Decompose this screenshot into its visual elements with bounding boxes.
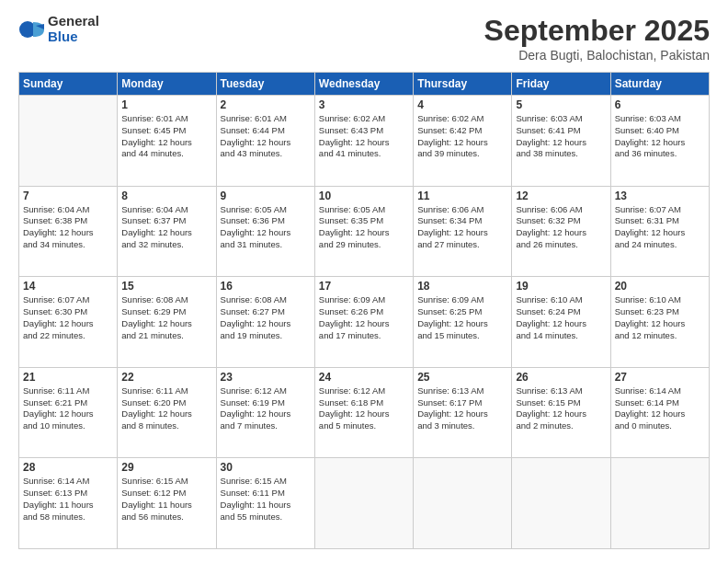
day-info: Sunrise: 6:13 AMSunset: 6:17 PMDaylight:… (417, 385, 507, 432)
day-info: Sunrise: 6:03 AMSunset: 6:40 PMDaylight:… (615, 113, 705, 160)
calendar-cell (314, 458, 413, 549)
day-info: Sunrise: 6:10 AMSunset: 6:23 PMDaylight:… (615, 294, 705, 341)
day-number: 23 (221, 371, 311, 384)
calendar-cell: 12Sunrise: 6:06 AMSunset: 6:32 PMDayligh… (512, 186, 610, 277)
day-number: 25 (417, 371, 507, 384)
day-number: 2 (221, 98, 311, 111)
day-info: Sunrise: 6:04 AMSunset: 6:38 PMDaylight:… (23, 204, 113, 251)
day-number: 18 (417, 280, 507, 293)
calendar-cell (610, 458, 709, 549)
day-info: Sunrise: 6:15 AMSunset: 6:12 PMDaylight:… (121, 476, 211, 523)
day-info: Sunrise: 6:01 AMSunset: 6:45 PMDaylight:… (121, 113, 211, 160)
calendar-cell: 14Sunrise: 6:07 AMSunset: 6:30 PMDayligh… (19, 277, 118, 368)
day-info: Sunrise: 6:11 AMSunset: 6:20 PMDaylight:… (121, 385, 211, 432)
weekday-tuesday: Tuesday (216, 73, 314, 96)
day-number: 1 (121, 98, 211, 111)
day-number: 15 (121, 280, 211, 293)
logo-icon (18, 17, 44, 42)
day-number: 16 (221, 280, 311, 293)
calendar-cell: 3Sunrise: 6:02 AMSunset: 6:43 PMDaylight… (314, 96, 413, 187)
day-info: Sunrise: 6:10 AMSunset: 6:24 PMDaylight:… (516, 294, 606, 341)
day-info: Sunrise: 6:15 AMSunset: 6:11 PMDaylight:… (221, 476, 311, 523)
day-info: Sunrise: 6:09 AMSunset: 6:26 PMDaylight:… (319, 294, 409, 341)
week-row-4: 28Sunrise: 6:14 AMSunset: 6:13 PMDayligh… (19, 458, 710, 549)
logo: General Blue (18, 14, 99, 44)
day-number: 11 (417, 190, 507, 202)
calendar-cell: 19Sunrise: 6:10 AMSunset: 6:24 PMDayligh… (512, 277, 610, 368)
logo-blue-text: Blue (48, 29, 99, 45)
day-info: Sunrise: 6:05 AMSunset: 6:36 PMDaylight:… (221, 204, 311, 251)
day-number: 6 (615, 98, 705, 111)
calendar-cell: 17Sunrise: 6:09 AMSunset: 6:26 PMDayligh… (314, 277, 413, 368)
calendar-cell: 11Sunrise: 6:06 AMSunset: 6:34 PMDayligh… (414, 186, 512, 277)
day-info: Sunrise: 6:01 AMSunset: 6:44 PMDaylight:… (221, 113, 311, 160)
location-text: Dera Bugti, Balochistan, Pakistan (484, 48, 710, 63)
day-number: 12 (516, 190, 606, 202)
calendar-cell: 28Sunrise: 6:14 AMSunset: 6:13 PMDayligh… (19, 458, 118, 549)
day-info: Sunrise: 6:07 AMSunset: 6:31 PMDaylight:… (615, 204, 705, 251)
day-info: Sunrise: 6:11 AMSunset: 6:21 PMDaylight:… (23, 385, 113, 432)
calendar-cell (414, 458, 512, 549)
calendar-cell: 13Sunrise: 6:07 AMSunset: 6:31 PMDayligh… (610, 186, 709, 277)
calendar-cell: 29Sunrise: 6:15 AMSunset: 6:12 PMDayligh… (118, 458, 216, 549)
calendar-cell: 6Sunrise: 6:03 AMSunset: 6:40 PMDaylight… (610, 96, 709, 187)
day-number: 7 (23, 190, 113, 202)
calendar-cell: 4Sunrise: 6:02 AMSunset: 6:42 PMDaylight… (414, 96, 512, 187)
week-row-2: 14Sunrise: 6:07 AMSunset: 6:30 PMDayligh… (19, 277, 710, 368)
day-number: 28 (23, 461, 113, 474)
week-row-1: 7Sunrise: 6:04 AMSunset: 6:38 PMDaylight… (19, 186, 710, 277)
day-number: 13 (615, 190, 705, 202)
day-number: 19 (516, 280, 606, 293)
day-number: 17 (319, 280, 409, 293)
weekday-friday: Friday (512, 73, 610, 96)
day-number: 29 (121, 461, 211, 474)
weekday-wednesday: Wednesday (314, 73, 413, 96)
calendar-cell: 10Sunrise: 6:05 AMSunset: 6:35 PMDayligh… (314, 186, 413, 277)
weekday-monday: Monday (118, 73, 216, 96)
calendar-cell: 21Sunrise: 6:11 AMSunset: 6:21 PMDayligh… (19, 367, 118, 458)
calendar-cell: 5Sunrise: 6:03 AMSunset: 6:41 PMDaylight… (512, 96, 610, 187)
calendar-cell: 7Sunrise: 6:04 AMSunset: 6:38 PMDaylight… (19, 186, 118, 277)
calendar-cell: 8Sunrise: 6:04 AMSunset: 6:37 PMDaylight… (118, 186, 216, 277)
calendar-cell: 26Sunrise: 6:13 AMSunset: 6:15 PMDayligh… (512, 367, 610, 458)
day-number: 30 (221, 461, 311, 474)
day-number: 24 (319, 371, 409, 384)
calendar-cell: 1Sunrise: 6:01 AMSunset: 6:45 PMDaylight… (118, 96, 216, 187)
day-number: 22 (121, 371, 211, 384)
day-number: 3 (319, 98, 409, 111)
day-number: 27 (615, 371, 705, 384)
calendar-cell: 22Sunrise: 6:11 AMSunset: 6:20 PMDayligh… (118, 367, 216, 458)
day-number: 4 (417, 98, 507, 111)
day-number: 14 (23, 280, 113, 293)
calendar-cell: 25Sunrise: 6:13 AMSunset: 6:17 PMDayligh… (414, 367, 512, 458)
logo-general-text: General (48, 14, 99, 29)
calendar-body: 1Sunrise: 6:01 AMSunset: 6:45 PMDaylight… (19, 96, 710, 549)
calendar-cell: 27Sunrise: 6:14 AMSunset: 6:14 PMDayligh… (610, 367, 709, 458)
day-info: Sunrise: 6:14 AMSunset: 6:14 PMDaylight:… (615, 385, 705, 432)
day-number: 5 (516, 98, 606, 111)
weekday-header-row: SundayMondayTuesdayWednesdayThursdayFrid… (19, 73, 710, 96)
title-area: September 2025 Dera Bugti, Balochistan, … (484, 14, 710, 63)
day-info: Sunrise: 6:12 AMSunset: 6:18 PMDaylight:… (319, 385, 409, 432)
day-number: 20 (615, 280, 705, 293)
day-info: Sunrise: 6:06 AMSunset: 6:32 PMDaylight:… (516, 204, 606, 251)
day-info: Sunrise: 6:02 AMSunset: 6:42 PMDaylight:… (417, 113, 507, 160)
day-info: Sunrise: 6:14 AMSunset: 6:13 PMDaylight:… (23, 476, 113, 523)
calendar-table: SundayMondayTuesdayWednesdayThursdayFrid… (18, 72, 710, 549)
day-info: Sunrise: 6:12 AMSunset: 6:19 PMDaylight:… (221, 385, 311, 432)
month-title: September 2025 (484, 14, 710, 48)
calendar-cell: 2Sunrise: 6:01 AMSunset: 6:44 PMDaylight… (216, 96, 314, 187)
day-info: Sunrise: 6:07 AMSunset: 6:30 PMDaylight:… (23, 294, 113, 341)
week-row-0: 1Sunrise: 6:01 AMSunset: 6:45 PMDaylight… (19, 96, 710, 187)
day-info: Sunrise: 6:06 AMSunset: 6:34 PMDaylight:… (417, 204, 507, 251)
calendar-cell: 30Sunrise: 6:15 AMSunset: 6:11 PMDayligh… (216, 458, 314, 549)
day-number: 9 (221, 190, 311, 202)
day-info: Sunrise: 6:05 AMSunset: 6:35 PMDaylight:… (319, 204, 409, 251)
day-info: Sunrise: 6:08 AMSunset: 6:27 PMDaylight:… (221, 294, 311, 341)
day-info: Sunrise: 6:08 AMSunset: 6:29 PMDaylight:… (121, 294, 211, 341)
calendar-cell (512, 458, 610, 549)
calendar-cell: 15Sunrise: 6:08 AMSunset: 6:29 PMDayligh… (118, 277, 216, 368)
calendar-cell: 20Sunrise: 6:10 AMSunset: 6:23 PMDayligh… (610, 277, 709, 368)
day-number: 26 (516, 371, 606, 384)
day-number: 8 (121, 190, 211, 202)
